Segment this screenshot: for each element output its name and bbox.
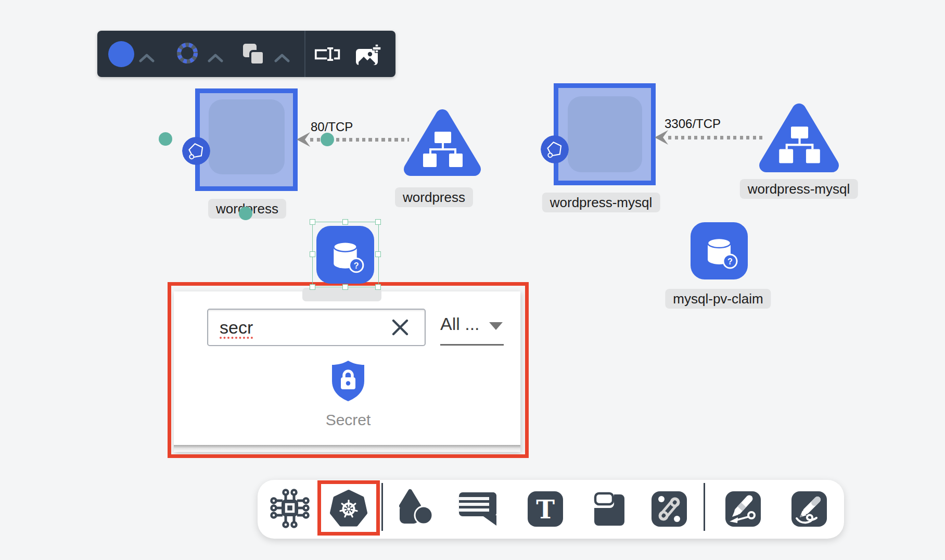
node-label-wordpress-mysql-deployment: wordpress-mysql	[542, 193, 660, 212]
connection-handle[interactable]	[159, 132, 172, 146]
selection-handle-se[interactable]	[375, 284, 381, 290]
text-tool-button[interactable]: T	[525, 488, 566, 530]
comment-tool-button[interactable]	[458, 489, 499, 527]
freehand-draw-tool-button[interactable]	[788, 488, 830, 530]
result-label: Secret	[314, 411, 382, 429]
selection-handle-nw[interactable]	[310, 219, 315, 225]
select-underline	[440, 344, 504, 346]
svg-text:?: ?	[727, 257, 733, 266]
node-label-wordpress-mysql-service: wordpress-mysql	[740, 179, 858, 199]
toolbar-divider	[381, 483, 383, 531]
secret-shield-lock-icon	[329, 359, 367, 403]
link-tool-button[interactable]	[648, 488, 690, 530]
shapes-tool-button[interactable]	[394, 488, 436, 530]
node-label-wordpress-service: wordpress	[395, 187, 473, 207]
node-deployment-wordpress[interactable]	[195, 88, 298, 191]
connection-handle[interactable]	[239, 207, 252, 220]
node-service-wordpress-mysql[interactable]	[759, 100, 839, 179]
selection-handle-sw[interactable]	[310, 284, 315, 290]
stroke-dropdown-chevron-icon[interactable]	[208, 54, 223, 63]
add-image-button[interactable]	[355, 44, 381, 66]
copy-style-button[interactable]	[242, 43, 266, 67]
fill-color-button[interactable]	[108, 41, 134, 67]
node-deployment-wordpress-mysql[interactable]	[554, 83, 656, 185]
toolbar-divider	[304, 31, 305, 77]
svg-text:T: T	[536, 495, 555, 524]
edge-label: 3306/TCP	[665, 117, 721, 131]
selection-handle-w[interactable]	[310, 251, 315, 257]
pen-connector-tool-button[interactable]	[722, 488, 764, 530]
kubernetes-library-button[interactable]	[328, 487, 369, 529]
shape-library-toolbar: T	[258, 480, 844, 539]
copy-style-dropdown-chevron-icon[interactable]	[274, 54, 290, 63]
fill-dropdown-chevron-icon[interactable]	[139, 54, 155, 63]
rename-field-button[interactable]	[314, 46, 341, 62]
filter-value: All ...	[440, 314, 480, 334]
arrowhead-icon	[655, 130, 668, 145]
style-toolbar	[97, 31, 395, 77]
close-icon	[391, 318, 410, 337]
selection-box	[312, 222, 379, 287]
deployment-inner-shape	[209, 99, 285, 174]
kind-filter-select[interactable]: All ...	[440, 314, 506, 347]
frame-tool-button[interactable]	[587, 488, 629, 530]
chevron-down-icon	[489, 322, 503, 330]
architecture-library-button[interactable]	[267, 488, 311, 530]
edge-endpoint-handle[interactable]	[321, 133, 334, 146]
k8s-pod-badge-icon	[541, 135, 569, 163]
k8s-pod-badge-icon	[182, 137, 210, 165]
node-label-mysql-pv-claim: mysql-pv-claim	[665, 289, 771, 309]
selection-handle-ne[interactable]	[375, 219, 381, 225]
node-pvc-mysql[interactable]: ?	[691, 222, 748, 279]
clear-search-button[interactable]	[388, 315, 412, 339]
toolbar-divider	[704, 483, 705, 531]
search-query-text: secr	[220, 317, 253, 338]
selection-handle-s[interactable]	[342, 284, 348, 290]
edge-label: 80/TCP	[311, 120, 353, 134]
edge-dotted-line[interactable]	[668, 136, 765, 139]
selection-handle-e[interactable]	[375, 251, 381, 257]
stroke-style-button[interactable]	[175, 41, 199, 65]
canvas[interactable]: wordpress 80/TCP wordpress	[0, 0, 945, 560]
search-result-secret[interactable]: Secret	[314, 359, 382, 432]
deployment-inner-shape	[568, 96, 642, 172]
selection-handle-n[interactable]	[342, 219, 348, 225]
arrowhead-icon	[297, 132, 310, 147]
node-service-wordpress[interactable]	[403, 106, 481, 183]
